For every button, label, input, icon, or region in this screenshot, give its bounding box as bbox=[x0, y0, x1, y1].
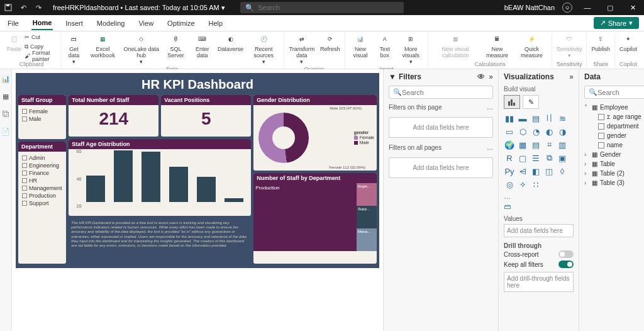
cut-button[interactable]: ✂Cut bbox=[25, 33, 58, 42]
transform-data-button[interactable]: ⇄Transform data▾ bbox=[287, 33, 317, 66]
age-bar[interactable] bbox=[197, 177, 216, 202]
filters-all-dropzone[interactable]: Add data fields here bbox=[389, 157, 493, 178]
close-icon[interactable]: ✕ bbox=[625, 4, 640, 12]
viz-type-icon[interactable]: ◎ bbox=[504, 179, 515, 190]
eye-icon[interactable]: 👁 bbox=[477, 72, 485, 81]
viz-type-icon[interactable]: ▮▮ bbox=[504, 113, 515, 124]
new-measure-button[interactable]: 🖩New measure bbox=[481, 33, 513, 60]
viz-type-icon[interactable]: 〢 bbox=[543, 113, 555, 124]
dax-view-icon[interactable]: 📄 bbox=[0, 126, 11, 137]
viz-type-icon[interactable]: ⌗ bbox=[543, 139, 555, 150]
slicer-item-production[interactable]: Production bbox=[21, 192, 64, 199]
data-search-input[interactable] bbox=[597, 89, 644, 96]
more-icon[interactable]: … bbox=[487, 104, 493, 111]
slicer-item-management[interactable]: Management bbox=[21, 184, 64, 192]
recent-sources-button[interactable]: 🕘Recent sources▾ bbox=[247, 33, 281, 66]
filters-search[interactable]: 🔍 bbox=[389, 86, 493, 99]
keep-filters-toggle[interactable] bbox=[558, 261, 574, 268]
dept-treemap[interactable]: Production Engin... Supp... Mana... bbox=[253, 183, 377, 251]
text-box-button[interactable]: AText box bbox=[374, 33, 395, 60]
slicer-item-support[interactable]: Support bbox=[21, 199, 64, 207]
get-data-button[interactable]: 🗃Get data▾ bbox=[64, 33, 84, 66]
table-table--2-[interactable]: ›▦Table (2) bbox=[584, 169, 644, 178]
collapse-icon[interactable]: » bbox=[489, 72, 493, 81]
table-table[interactable]: ›▦Table bbox=[584, 159, 644, 169]
field-age-range[interactable]: Σ age range bbox=[584, 112, 644, 121]
viz-type-icon[interactable]: R bbox=[504, 152, 515, 164]
tab-view[interactable]: View bbox=[137, 17, 155, 30]
report-canvas[interactable]: HR KPI Dashboard Staff Group Female Male… bbox=[12, 69, 383, 331]
maximize-icon[interactable]: ▢ bbox=[602, 4, 618, 12]
filters-page-dropzone[interactable]: Add data fields here bbox=[389, 117, 493, 138]
filters-search-input[interactable] bbox=[402, 89, 489, 96]
format-painter-button[interactable]: 🖌Format painter bbox=[25, 52, 58, 60]
sql-button[interactable]: 🛢SQL Server bbox=[162, 33, 189, 60]
viz-type-icon[interactable]: ▬ bbox=[517, 113, 528, 124]
viz-type-icon[interactable]: ▣ bbox=[557, 152, 568, 164]
sensitivity-button[interactable]: 🛡Sensitivity▾ bbox=[555, 33, 584, 60]
viz-type-icon[interactable]: ▭ bbox=[504, 126, 515, 137]
viz-type-icon[interactable]: ◔ bbox=[530, 126, 541, 137]
data-search[interactable]: 🔍 bbox=[584, 86, 644, 99]
report-view-icon[interactable]: 📊 bbox=[0, 73, 10, 84]
viz-type-icon[interactable]: ◊ bbox=[557, 166, 568, 177]
new-visual-button[interactable]: 📊New visual bbox=[348, 33, 374, 60]
gender-donut-chart[interactable] bbox=[258, 113, 309, 163]
viz-type-icon[interactable]: ◧ bbox=[530, 166, 541, 177]
slicer-item-engineering[interactable]: Engineering bbox=[21, 162, 64, 169]
excel-button[interactable]: ▦Excel workbook bbox=[86, 33, 120, 60]
save-icon[interactable] bbox=[4, 3, 13, 12]
slicer-item-finance[interactable]: Finance bbox=[21, 169, 64, 177]
search-input[interactable] bbox=[258, 4, 399, 11]
publish-button[interactable]: ⇧Publish bbox=[589, 33, 612, 53]
field-name[interactable]: name bbox=[584, 140, 644, 150]
more-visuals-button[interactable]: ⊞More visuals▾ bbox=[396, 33, 425, 66]
redo-icon[interactable]: ↷ bbox=[34, 3, 43, 12]
cross-report-toggle[interactable] bbox=[558, 250, 574, 258]
tab-help[interactable]: Help bbox=[208, 17, 225, 30]
table-view-icon[interactable]: ▦ bbox=[0, 91, 11, 102]
viz-tab-fields[interactable] bbox=[504, 95, 520, 109]
viz-type-icon[interactable]: ▦ bbox=[517, 139, 528, 150]
slicer-item-female[interactable]: Female bbox=[21, 108, 64, 115]
age-bar[interactable] bbox=[142, 152, 160, 202]
values-dropzone[interactable]: Add data fields here bbox=[504, 224, 574, 237]
collapse-icon[interactable]: » bbox=[569, 72, 574, 81]
copilot-button[interactable]: ✦Copilot bbox=[618, 33, 639, 53]
viz-type-icon[interactable]: ≋ bbox=[557, 113, 568, 124]
field-gender[interactable]: gender bbox=[584, 131, 644, 140]
new-visual-calc-button[interactable]: ▦New visual calculation bbox=[431, 33, 480, 60]
viz-type-icon[interactable]: ⟡ bbox=[517, 179, 528, 190]
table-gender[interactable]: ›▦Gender bbox=[584, 150, 644, 159]
viz-type-icon[interactable]: 🌍 bbox=[504, 139, 515, 150]
viz-type-icon[interactable]: ▤ bbox=[530, 139, 541, 150]
viz-type-icon[interactable]: ⩤ bbox=[517, 166, 528, 177]
viz-type-icon[interactable]: ▤ bbox=[530, 113, 541, 124]
paste-button[interactable]: 📋Paste bbox=[5, 33, 23, 53]
table-table--3-[interactable]: ›▦Table (3) bbox=[584, 178, 644, 188]
tab-modeling[interactable]: Modeling bbox=[96, 17, 126, 30]
minimize-icon[interactable]: — bbox=[580, 4, 595, 11]
viz-tab-format[interactable]: ✎ bbox=[523, 95, 539, 109]
viz-data-icon[interactable]: 🗃 bbox=[499, 200, 579, 213]
age-bar[interactable] bbox=[114, 150, 133, 202]
viz-type-icon[interactable]: ▥ bbox=[557, 139, 568, 150]
field-department[interactable]: department bbox=[584, 121, 644, 131]
age-bar-chart[interactable] bbox=[71, 152, 248, 202]
slicer-item-hr[interactable]: HR bbox=[21, 177, 64, 184]
model-view-icon[interactable]: ⿻ bbox=[0, 108, 11, 120]
viz-type-icon[interactable]: ⬡ bbox=[517, 126, 528, 137]
viz-type-icon[interactable]: ⧉ bbox=[543, 152, 555, 164]
global-search[interactable]: 🔍 bbox=[240, 2, 404, 13]
enter-data-button[interactable]: ⌨Enter data bbox=[191, 33, 214, 60]
age-bar[interactable] bbox=[169, 167, 188, 202]
viz-type-icon[interactable]: Py bbox=[504, 166, 515, 177]
avatar[interactable]: ☺ bbox=[562, 3, 572, 13]
viz-type-icon[interactable]: ◫ bbox=[543, 166, 555, 177]
quick-measure-button[interactable]: ⚡Quick measure bbox=[514, 33, 549, 60]
share-button[interactable]: ↗Share ▾ bbox=[594, 17, 639, 29]
viz-type-icon[interactable]: ∷ bbox=[530, 179, 541, 190]
slicer-item-admin[interactable]: Admin bbox=[21, 154, 64, 162]
tab-file[interactable]: File bbox=[6, 17, 20, 30]
tab-insert[interactable]: Insert bbox=[64, 17, 84, 30]
